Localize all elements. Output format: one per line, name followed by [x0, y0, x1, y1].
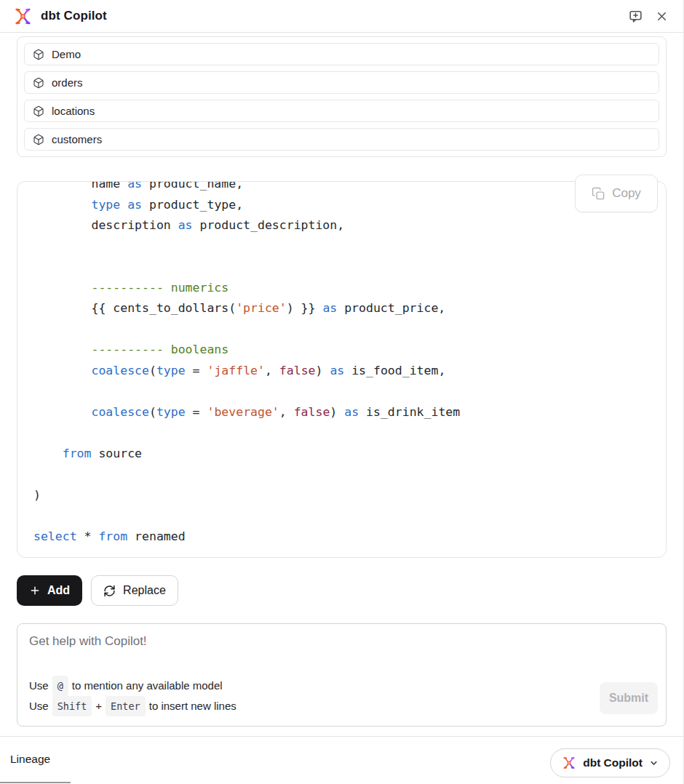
dbt-copilot-panel: { "header": { "title": "dbt Copilot" }, …	[0, 0, 684, 784]
model-item-demo[interactable]: Demo	[24, 43, 659, 65]
copilot-selector-label: dbt Copilot	[583, 756, 643, 769]
add-button[interactable]: Add	[17, 575, 82, 606]
hint-mention: Use @ to mention any available model	[29, 676, 236, 696]
dbt-copilot-logo-icon	[13, 7, 33, 26]
model-item-locations[interactable]: locations	[24, 100, 659, 122]
hint-text: +	[95, 697, 102, 716]
copilot-selector-button[interactable]: dbt Copilot	[550, 748, 670, 777]
bottom-bar: Lineage dbt Copilot	[0, 736, 683, 784]
code-content: name as product_name, type as product_ty…	[17, 182, 666, 557]
copilot-composer: Use @ to mention any available model Use…	[17, 623, 667, 727]
submit-button[interactable]: Submit	[600, 682, 658, 714]
composer-hints: Use @ to mention any available model Use…	[29, 676, 236, 716]
model-item-label: orders	[52, 76, 83, 89]
panel-header: dbt Copilot	[0, 0, 683, 33]
dbt-copilot-logo-icon	[562, 756, 576, 770]
cube-icon	[33, 105, 44, 117]
model-item-label: customers	[52, 133, 102, 145]
hint-text: Use	[29, 697, 49, 716]
add-button-label: Add	[47, 584, 70, 597]
cube-icon	[33, 77, 44, 89]
popout-icon[interactable]	[625, 6, 646, 27]
refresh-icon	[103, 585, 116, 597]
close-icon[interactable]	[652, 7, 672, 26]
model-item-customers[interactable]: customers	[24, 128, 659, 151]
at-keycap: @	[52, 676, 68, 696]
cube-icon	[33, 49, 44, 60]
copy-icon	[592, 187, 605, 201]
hint-text: to insert new lines	[149, 697, 236, 716]
replace-button[interactable]: Replace	[91, 575, 178, 606]
copilot-prompt-input[interactable]	[29, 634, 437, 663]
model-item-label: locations	[52, 105, 95, 117]
copy-button-label: Copy	[612, 186, 641, 201]
hint-text: to mention any available model	[72, 676, 223, 695]
copy-button[interactable]: Copy	[575, 175, 658, 212]
cube-icon	[33, 134, 44, 145]
replace-button-label: Replace	[123, 584, 166, 597]
chevron-down-icon	[649, 759, 659, 768]
model-list-card: Demo orders locations	[17, 36, 667, 157]
model-item-label: Demo	[52, 48, 81, 60]
code-scroll-area[interactable]: name as product_name, type as product_ty…	[17, 182, 666, 557]
lineage-tab-underline	[0, 782, 71, 783]
hint-text: Use	[29, 676, 49, 695]
tab-lineage[interactable]: Lineage	[10, 753, 50, 766]
shift-keycap: Shift	[52, 696, 92, 716]
plus-icon	[29, 585, 41, 596]
action-bar: Add Replace	[17, 575, 667, 606]
hint-newline: Use Shift + Enter to insert new lines	[29, 696, 236, 716]
enter-keycap: Enter	[106, 696, 146, 716]
model-item-orders[interactable]: orders	[24, 71, 659, 94]
code-preview-card: Copy name as product_name, type as produ…	[17, 181, 667, 558]
panel-title: dbt Copilot	[41, 9, 107, 23]
